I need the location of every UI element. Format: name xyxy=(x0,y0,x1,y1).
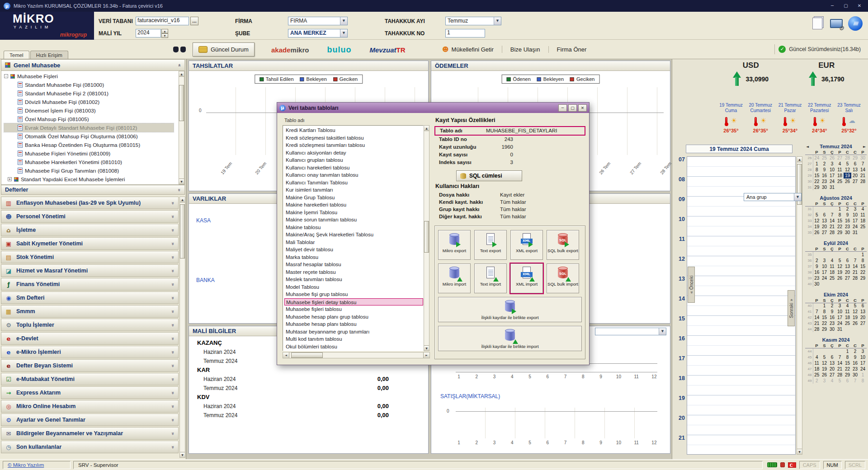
sube-select[interactable]: ANA MERKEZ▼ xyxy=(288,29,348,38)
table-list-item[interactable]: Meslek tanımları tablosu xyxy=(284,276,423,283)
calendar-day[interactable]: 3 xyxy=(836,303,844,309)
calendar-day[interactable]: 10 xyxy=(828,167,836,173)
tree-item[interactable]: Standart Muhasebe Fişi 2 (081001) xyxy=(4,89,174,98)
calendar-day[interactable] xyxy=(859,281,867,287)
calendar-day[interactable]: 6 xyxy=(851,161,859,167)
calendar-day[interactable]: 17 xyxy=(821,269,828,275)
calendar-day[interactable]: 17 xyxy=(859,360,867,366)
calendar-day[interactable]: 31 xyxy=(851,230,859,235)
calendar-day[interactable]: 4 xyxy=(859,206,867,212)
calendar-day[interactable]: 3 xyxy=(859,348,867,354)
calendar-day[interactable] xyxy=(828,348,836,354)
calendar-day[interactable]: 23 xyxy=(813,275,821,281)
sidebar-section[interactable]: ⚙ Ayarlar ve Genel Tanımlar » xyxy=(1,414,179,426)
table-list-hscrollbar[interactable]: ◄► xyxy=(283,352,430,358)
next-day-tab[interactable]: Sonraki» xyxy=(788,290,795,326)
calendar-day[interactable]: 25 xyxy=(859,224,867,230)
calendar-day[interactable] xyxy=(813,348,821,354)
table-list-item[interactable]: Muhtasar beyanname grup tanımları xyxy=(284,328,423,336)
menu-link[interactable]: ☻Mükellefini Getir xyxy=(434,46,502,53)
mevzuattr[interactable]: MevzuatTR xyxy=(369,46,405,54)
calendar-day[interactable]: 29 xyxy=(844,372,851,378)
version-badge[interactable]: ✓ Güncel Sürümdesiniz(16.34b) xyxy=(774,44,864,54)
sidebar-section[interactable]: ◉ Sm Defteri » xyxy=(1,291,179,304)
calendar-day[interactable]: 5 xyxy=(844,161,851,167)
calendar-day[interactable] xyxy=(859,230,867,235)
sidebar-section[interactable]: ◷ Son kullanılanlar » xyxy=(1,441,179,453)
calendar-day[interactable]: 15 xyxy=(859,263,867,269)
calendar-day[interactable]: 7 xyxy=(813,309,821,315)
calendar-day[interactable]: 29 xyxy=(821,326,828,332)
calendar-day[interactable]: 19 xyxy=(836,269,844,275)
calendar-day[interactable]: 11 xyxy=(836,167,844,173)
calendar-day[interactable]: 31 xyxy=(836,326,844,332)
calendar-day[interactable]: 5 xyxy=(821,354,828,360)
calendar-day[interactable]: 14 xyxy=(851,263,859,269)
calendar-day[interactable]: 7 xyxy=(851,258,859,263)
calendar-day[interactable]: 8 xyxy=(813,167,821,173)
export-button[interactable]: SQL bulk export xyxy=(547,230,579,260)
sidebar-section[interactable]: ✉ Bildirgeler Beyannameler ve Yazışmalar… xyxy=(1,427,179,440)
table-list-item[interactable]: Okul bölümleri tablosu xyxy=(284,343,423,351)
calendar-day[interactable]: 6 xyxy=(828,354,836,360)
bulk-transfer-button[interactable]: İlişkili kayıtlar ile birlikte export xyxy=(438,297,582,322)
dialog-maximize-button[interactable]: ▢ xyxy=(568,104,577,112)
calendar-day[interactable]: 29 xyxy=(813,184,821,190)
calendar-day[interactable]: 27 xyxy=(844,275,851,281)
calendar-day[interactable]: 21 xyxy=(851,269,859,275)
import-button[interactable]: Text import xyxy=(474,263,507,293)
calendar-day[interactable]: 7 xyxy=(828,212,836,218)
chevron-down-icon[interactable]: ▼ xyxy=(340,29,347,37)
chevron-down-icon[interactable]: » xyxy=(176,188,182,191)
table-list-item[interactable]: Multi kod tanıtım tablosu xyxy=(284,335,423,343)
calendar-day[interactable]: 6 xyxy=(844,258,851,263)
calendar-day[interactable] xyxy=(828,206,836,212)
calendar-day[interactable] xyxy=(851,184,859,190)
sidebar-section[interactable]: e e-Devlet » xyxy=(1,332,179,345)
maximize-button[interactable]: ▢ xyxy=(841,2,851,9)
calendar-day[interactable]: 4 xyxy=(844,303,851,309)
calendar-day[interactable]: 10 xyxy=(821,263,828,269)
calendar-day[interactable]: 9 xyxy=(813,263,821,269)
calendar-day[interactable]: 30 xyxy=(828,326,836,332)
import-button[interactable]: Mikro import xyxy=(438,263,471,293)
sidebar-section[interactable]: ▥ Enflasyon Muhasebesi (Ias-29 ve Spk Uy… xyxy=(1,197,179,209)
bulk-transfer-button[interactable]: İlişkili kayıtlar ile birlikte import xyxy=(438,326,582,351)
calendar-day[interactable]: 19 xyxy=(844,173,851,179)
mali-yil-input[interactable]: 2024 xyxy=(136,29,161,38)
calendar-day[interactable] xyxy=(821,206,828,212)
calendar-day[interactable] xyxy=(836,281,844,287)
export-button[interactable]: Mikro export xyxy=(438,230,471,260)
calendar-day[interactable]: 4 xyxy=(828,378,836,384)
chevron-down-icon[interactable]: ▼ xyxy=(659,328,666,335)
chevron-down-icon[interactable]: ▼ xyxy=(340,17,347,25)
calendar-day[interactable]: 25 xyxy=(828,275,836,281)
table-list-item[interactable]: Kullanıcı grupları tablosu xyxy=(284,156,423,164)
table-list-item[interactable]: Muhasebe fişleri tablosu xyxy=(284,306,423,313)
veri-tabani-input[interactable]: faturacevirici_v16 xyxy=(136,17,189,25)
sidebar-section[interactable]: ⌂ İşletme » xyxy=(1,224,179,236)
table-list-item[interactable]: Kredi sözleşmesi taksitleri tablosu xyxy=(284,134,423,142)
calendar-day[interactable]: 23 xyxy=(828,320,836,326)
calendar-day[interactable]: 14 xyxy=(828,218,836,224)
dialog-close-button[interactable]: ✕ xyxy=(578,104,587,112)
calendar-day[interactable]: 12 xyxy=(844,167,851,173)
calendar-day[interactable]: 12 xyxy=(851,309,859,315)
sidebar-section[interactable]: ▦ Smmm » xyxy=(1,305,179,318)
dialog-titlebar[interactable]: µ Veri tabanı tabloları ─ ▢ ✕ xyxy=(277,103,589,113)
calendar-day[interactable]: 21 xyxy=(828,224,836,230)
calendar-day[interactable]: 7 xyxy=(836,354,844,360)
calendar-day[interactable]: 26 xyxy=(828,155,836,161)
calendar-day[interactable]: 26 xyxy=(836,275,844,281)
collapse-box-icon[interactable]: - xyxy=(4,74,8,78)
calendar-day[interactable]: 30 xyxy=(844,230,851,235)
table-list-item[interactable]: Kullanıcı Tanımları Tablosu xyxy=(284,179,423,187)
calendar-day[interactable]: 28 xyxy=(844,155,851,161)
asset-category-label[interactable]: KASA xyxy=(196,217,211,224)
calendar-day[interactable] xyxy=(821,252,828,258)
calendar-day[interactable] xyxy=(821,348,828,354)
calendar-day[interactable]: 20 xyxy=(859,315,867,320)
tree-item[interactable]: Muhasebe Fişi Grup Tanımları (081008) xyxy=(4,166,174,175)
asset-category-label[interactable]: BANKA xyxy=(196,277,215,283)
calendar-day[interactable]: 2 xyxy=(844,206,851,212)
